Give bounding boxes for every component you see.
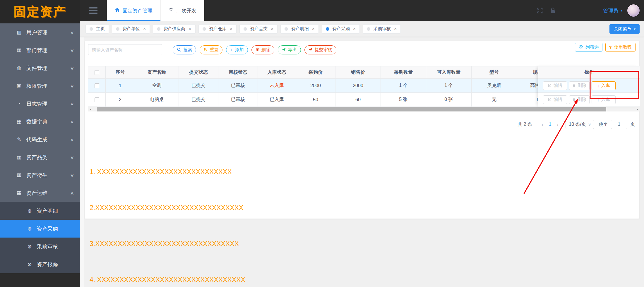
tag-asset-detail[interactable]: 资产明细 × xyxy=(280,24,318,34)
aperture-icon: ⊛ xyxy=(26,243,33,250)
cell-seq: 1 xyxy=(106,79,135,93)
close-menu-button[interactable]: 关闭菜单▾ xyxy=(609,24,640,34)
main-content: 搜索 ↻ 重置 + 添加 删除 导出 xyxy=(80,37,644,287)
home-icon xyxy=(115,7,120,14)
tag-asset-supplier[interactable]: 资产供应商 × xyxy=(153,24,195,34)
image-chart-icon: ▨ xyxy=(15,29,23,35)
arrow-down-icon: ↓ xyxy=(597,83,600,88)
edit-icon xyxy=(548,83,552,88)
jump-label: 跳至 xyxy=(599,121,608,128)
prev-page-icon[interactable]: ‹ xyxy=(539,121,547,128)
cell-model: 奥克斯 xyxy=(472,79,517,93)
tag-label: 主页 xyxy=(96,26,105,32)
chevron-up-icon: ∧ xyxy=(70,191,74,195)
sidebar-item-file-mgmt[interactable]: ◍ 文件管理 ∨ xyxy=(0,59,80,77)
jump-page-input[interactable] xyxy=(611,120,627,129)
sidebar-item-label: 资产衍生 xyxy=(26,172,47,179)
delete-row-button[interactable]: 删除 xyxy=(569,81,590,90)
column-filter-button[interactable]: 列筛选 xyxy=(575,43,602,51)
delete-button[interactable]: 删除 xyxy=(251,45,274,54)
tab-fixed-asset-mgmt[interactable]: 固定资产管理 xyxy=(107,0,160,21)
tag-home[interactable]: 主页 xyxy=(85,24,109,34)
fullscreen-icon[interactable] xyxy=(536,7,543,14)
tag-dot-icon xyxy=(244,27,247,31)
tag-asset-purchase[interactable]: 资产采购 × xyxy=(322,24,360,34)
page-number[interactable]: 1 xyxy=(547,122,554,127)
close-icon[interactable]: × xyxy=(230,26,232,32)
close-icon[interactable]: × xyxy=(143,26,146,32)
tab-secondary-dev[interactable]: 二次开发 xyxy=(160,0,204,21)
search-input[interactable] xyxy=(88,44,162,55)
inbound-button[interactable]: ↓ 入库 xyxy=(592,95,616,104)
tag-asset-category[interactable]: 资产品类 × xyxy=(239,24,278,34)
next-page-icon[interactable]: › xyxy=(554,121,562,128)
edit-button[interactable]: 编辑 xyxy=(543,95,567,104)
hamburger-menu-icon[interactable] xyxy=(80,0,107,21)
tag-purchase-audit[interactable]: 采购审核 × xyxy=(363,24,401,34)
grid-icon: ▦ xyxy=(15,154,23,160)
row-checkbox[interactable] xyxy=(95,83,99,88)
sidebar-item-asset-category[interactable]: ▦ 资产品类 ∨ xyxy=(0,148,80,166)
close-icon[interactable]: × xyxy=(189,26,191,32)
sidebar-item-asset-derive[interactable]: ▦ 资产衍生 ∨ xyxy=(0,166,80,184)
close-icon[interactable]: × xyxy=(312,26,314,32)
add-button[interactable]: + 添加 xyxy=(226,45,248,54)
close-icon[interactable]: × xyxy=(353,26,356,32)
close-icon[interactable]: × xyxy=(271,26,273,32)
sidebar-item-perm-mgmt[interactable]: ▣ 权限管理 ∨ xyxy=(0,77,80,95)
scrollbar-thumb[interactable] xyxy=(97,107,606,111)
tag-asset-warehouse[interactable]: 资产仓库 × xyxy=(198,24,237,34)
sidebar-item-asset-repair[interactable]: ⊛ 资产报修 xyxy=(0,255,80,273)
sidebar-item-asset-detail[interactable]: ⊛ 资产明细 xyxy=(0,202,80,220)
tutorial-button[interactable]: ? 使用教程 xyxy=(605,43,636,51)
lock-icon[interactable] xyxy=(550,7,556,14)
edit-button[interactable]: 编辑 xyxy=(543,81,567,90)
sidebar-menu: ▨ 用户管理 ∨ ▦ 部门管理 ∨ ◍ 文件管理 ∨ ▣ 权限管理 ∨ ◔ 日志… xyxy=(0,23,80,273)
inbound-button[interactable]: ↓ 入库 xyxy=(592,81,616,90)
sidebar-item-purchase-audit[interactable]: ⊛ 采购审核 xyxy=(0,238,80,255)
caret-down-icon: ▾ xyxy=(621,8,622,13)
export-button[interactable]: 导出 xyxy=(278,45,301,54)
submit-audit-button[interactable]: 提交审核 xyxy=(304,45,336,54)
topbar-right: 管理员 ▾ xyxy=(536,0,644,21)
sidebar-item-asset-ops[interactable]: ▦ 资产运维 ∧ xyxy=(0,184,80,202)
tab-label: 固定资产管理 xyxy=(123,7,153,14)
grid-icon: ▦ xyxy=(15,118,23,125)
sidebar-item-dept-mgmt[interactable]: ▦ 部门管理 ∨ xyxy=(0,41,80,59)
tag-asset-unit[interactable]: 资产单位 × xyxy=(112,24,150,34)
page-size-select[interactable]: 10 条/页 ∨ xyxy=(566,120,594,129)
sidebar-item-label: 代码生成 xyxy=(26,136,47,143)
col-purchase-qty: 采购数量 xyxy=(381,66,426,79)
sidebar-item-user-mgmt[interactable]: ▨ 用户管理 ∨ xyxy=(0,23,80,41)
chevron-down-icon: ∨ xyxy=(70,119,74,124)
user-menu[interactable]: 管理员 ▾ xyxy=(603,7,622,14)
cell-storable-qty: 1 个 xyxy=(426,79,472,93)
select-all-checkbox[interactable] xyxy=(95,70,99,75)
reset-button[interactable]: ↻ 重置 xyxy=(200,45,222,54)
avatar[interactable] xyxy=(627,4,640,17)
sidebar-item-label: 数据字典 xyxy=(26,118,47,125)
pie-chart-icon: ◔ xyxy=(15,101,23,107)
sidebar-item-data-dict[interactable]: ▦ 数据字典 ∨ xyxy=(0,113,80,130)
tag-dot-icon xyxy=(157,27,160,31)
tag-dot-icon xyxy=(285,27,288,31)
cell-purchase-price: 2000 xyxy=(296,79,335,93)
sidebar-item-log-mgmt[interactable]: ◔ 日志管理 ∨ xyxy=(0,95,80,113)
col-seq: 序号 xyxy=(106,66,135,79)
delete-row-button[interactable]: 删除 xyxy=(569,95,590,104)
sidebar-item-label: 用户管理 xyxy=(26,29,47,36)
plus-icon: + xyxy=(230,48,233,52)
row-checkbox[interactable] xyxy=(95,97,99,102)
toolbar-right-buttons: 列筛选 ? 使用教程 xyxy=(575,43,636,51)
chevron-down-icon: ∨ xyxy=(70,173,74,178)
sidebar-item-label: 采购审核 xyxy=(37,243,58,250)
scroll-left-icon[interactable]: ◂ xyxy=(88,107,93,111)
sidebar-item-asset-purchase[interactable]: ⊛ 资产采购 xyxy=(0,220,80,238)
chevron-down-icon: ∨ xyxy=(588,123,591,126)
scroll-right-icon[interactable]: ▸ xyxy=(635,107,640,111)
horizontal-scrollbar[interactable]: ◂ ▸ xyxy=(88,107,640,111)
search-button[interactable]: 搜索 xyxy=(173,45,196,54)
sidebar-item-code-gen[interactable]: ✎ 代码生成 ∨ xyxy=(0,130,80,148)
username: 管理员 xyxy=(603,7,618,14)
close-icon[interactable]: × xyxy=(394,26,397,32)
